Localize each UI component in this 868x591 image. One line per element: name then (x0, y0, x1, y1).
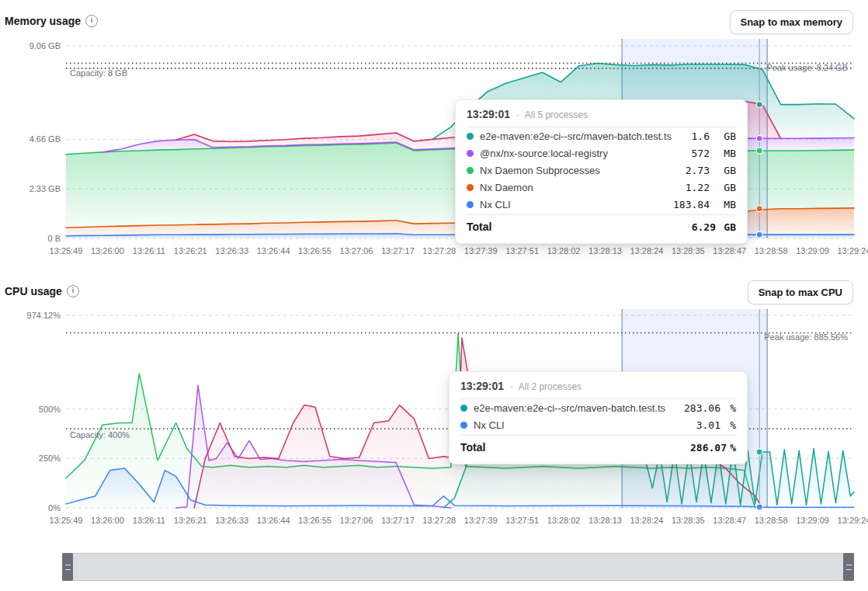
memory-usage-title: Memory usage (5, 15, 81, 27)
total-value: 286.07 (690, 442, 727, 454)
series-color-dot (467, 167, 474, 174)
process-name: e2e-maven:e2e-ci--src/maven-batch.test.t… (474, 402, 678, 414)
x-axis-tick-label: 13:28:24 (630, 516, 663, 525)
memory-tooltip-header: 13:29:01 · All 5 processes (467, 108, 736, 127)
process-unit: % (727, 402, 736, 414)
x-axis-tick-label: 13:25:49 (50, 516, 83, 525)
memory-tooltip: 13:29:01 · All 5 processes e2e-maven:e2e… (455, 99, 748, 244)
x-axis-tick-label: 13:28:02 (547, 246, 581, 256)
x-axis-tick-label: 13:28:35 (672, 516, 705, 525)
cpu-usage-title: CPU usage (5, 285, 62, 297)
x-axis-tick-label: 13:29:24 (838, 246, 868, 256)
tooltip-process-row: Nx CLI183.84MB (467, 196, 736, 213)
x-axis-tick-label: 13:29:24 (838, 516, 868, 525)
total-unit: GB (716, 221, 736, 233)
process-name: Nx CLI (474, 419, 690, 431)
x-axis-tick-label: 13:26:55 (298, 246, 332, 256)
x-axis-tick-label: 13:26:33 (215, 516, 248, 525)
x-axis-tick-label: 13:28:13 (589, 516, 622, 525)
x-axis-tick-label: 13:28:47 (713, 516, 746, 525)
cpu-section-header: CPU usage i (5, 285, 79, 297)
memory-tooltip-rows: e2e-maven:e2e-ci--src/maven-batch.test.t… (467, 127, 736, 238)
brush-handle-right[interactable] (843, 553, 854, 581)
x-axis-tick-label: 13:29:09 (796, 516, 829, 525)
tooltip-process-row: e2e-maven:e2e-ci--src/maven-batch.test.t… (467, 127, 736, 144)
tooltip-process-row: Nx Daemon Subprocesses2.73GB (467, 162, 736, 179)
y-axis-tick-label: 4.66 GB (0, 134, 61, 144)
x-axis-tick-label: 13:27:39 (464, 246, 498, 256)
x-axis-tick-label: 13:25:49 (50, 246, 83, 256)
cpu-tooltip: 13:29:01 · All 2 processes e2e-maven:e2e… (449, 371, 748, 464)
tooltip-process-row: Nx CLI3.01% (460, 416, 736, 433)
x-axis-tick-label: 13:28:58 (755, 516, 788, 525)
process-name: @nx/nx-source:local-registry (480, 148, 686, 159)
x-axis-tick-label: 13:26:44 (257, 246, 290, 256)
memory-section-header: Memory usage i (5, 15, 98, 27)
memory-info-icon[interactable]: i (85, 15, 98, 27)
total-unit: % (727, 442, 736, 454)
y-axis-tick-label: 9.06 GB (0, 41, 61, 50)
process-unit: GB (716, 182, 736, 193)
tooltip-process-row: e2e-maven:e2e-ci--src/maven-batch.test.t… (460, 399, 736, 416)
y-axis-tick-label: 500% (0, 405, 61, 414)
x-axis-tick-label: 13:29:09 (796, 246, 829, 256)
process-value: 1.22 (686, 182, 710, 193)
tooltip-time: 13:29:01 (460, 380, 504, 392)
x-axis-tick-label: 13:27:28 (422, 246, 456, 256)
cpu-tooltip-header: 13:29:01 · All 2 processes (460, 380, 736, 399)
cpu-peak-label: Peak usage: 885.56% (764, 332, 848, 342)
x-axis-tick-label: 13:27:51 (505, 516, 539, 525)
total-value: 6.29 (692, 221, 716, 233)
cpu-capacity-label: Capacity: 400% (70, 430, 130, 440)
x-axis-tick-label: 13:26:44 (257, 516, 290, 525)
series-color-dot (467, 201, 474, 208)
process-monitor-page: Memory usage i Snap to max memory 9.06 G… (0, 0, 868, 591)
x-axis-tick-label: 13:28:47 (713, 246, 746, 256)
series-color-dot (467, 184, 474, 191)
y-axis-tick-label: 250% (0, 454, 61, 463)
x-axis-tick-label: 13:27:28 (422, 516, 456, 525)
process-value: 3.01 (696, 419, 720, 431)
snap-to-max-cpu-button[interactable]: Snap to max CPU (748, 280, 853, 304)
tooltip-process-row: @nx/nx-source:local-registry572MB (467, 144, 736, 162)
x-axis-tick-label: 13:27:51 (505, 246, 539, 256)
process-name: e2e-maven:e2e-ci--src/maven-batch.test.t… (480, 130, 686, 142)
memory-peak-label: Peak usage: 8.24 GB (766, 63, 848, 72)
x-axis-tick-label: 13:27:17 (381, 246, 415, 256)
process-unit: MB (716, 199, 736, 210)
total-label: Total (460, 441, 690, 454)
process-value: 2.73 (686, 165, 710, 176)
tooltip-total-row: Total6.29GB (467, 214, 736, 238)
x-axis-tick-label: 13:26:33 (215, 246, 248, 256)
series-color-dot (467, 150, 474, 157)
y-axis-tick-label: 0% (0, 503, 61, 513)
process-value: 1.6 (692, 130, 710, 142)
snap-to-max-memory-button[interactable]: Snap to max memory (730, 10, 854, 34)
x-axis-tick-label: 13:27:17 (381, 516, 415, 525)
time-range-brush[interactable] (62, 553, 854, 581)
brush-handle-left[interactable] (62, 553, 73, 581)
x-axis-tick-label: 13:26:00 (91, 516, 124, 525)
x-axis-tick-label: 13:26:11 (133, 516, 165, 525)
process-unit: GB (716, 165, 736, 176)
tooltip-subtitle: · All 5 processes (516, 110, 588, 120)
total-label: Total (467, 221, 692, 233)
tooltip-process-row: Nx Daemon1.22GB (467, 179, 736, 196)
x-axis-tick-label: 13:28:58 (755, 246, 788, 256)
x-axis-tick-label: 13:26:11 (133, 246, 165, 256)
process-value: 183.84 (673, 199, 710, 210)
series-color-dot (460, 405, 467, 412)
cpu-info-icon[interactable]: i (67, 285, 79, 297)
process-name: Nx Daemon Subprocesses (480, 165, 679, 176)
grip-icon (846, 565, 852, 570)
x-axis-tick-label: 13:28:13 (589, 246, 622, 256)
memory-capacity-label: Capacity: 8 GB (70, 68, 127, 78)
tooltip-total-row: Total286.07% (460, 435, 736, 459)
tooltip-time: 13:29:01 (467, 108, 510, 120)
x-axis-tick-label: 13:27:06 (340, 246, 373, 256)
x-axis-tick-label: 13:27:06 (340, 516, 373, 525)
y-axis-tick-label: 0 B (0, 234, 61, 243)
process-unit: % (727, 419, 736, 431)
x-axis-tick-label: 13:27:39 (464, 516, 498, 525)
process-name: Nx CLI (480, 199, 667, 210)
